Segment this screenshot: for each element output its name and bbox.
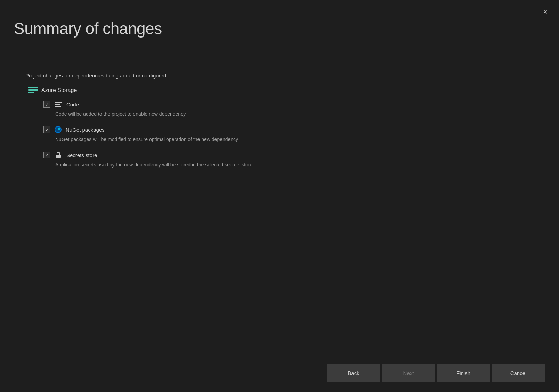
code-description: Code will be added to the project to ena… [55,111,534,118]
dependency-name: Azure Storage [41,87,77,93]
dependency-header: Azure Storage [28,87,534,94]
items-list: ✓ Code Code will be added to the project… [43,101,534,169]
nuget-label: NuGet packages [66,127,105,133]
back-button[interactable]: Back [327,364,380,382]
list-item: ✓ Code Code will be added to the project… [43,101,534,118]
finish-button[interactable]: Finish [437,364,490,382]
checkmark-icon: ✓ [45,153,49,157]
secrets-label: Secrets store [66,152,97,158]
secrets-description: Application secrets used by the new depe… [55,161,534,169]
code-icon [55,101,62,107]
project-changes-label: Project changes for dependencies being a… [25,73,534,79]
cancel-button[interactable]: Cancel [492,364,545,382]
nuget-icon [55,126,62,133]
checkmark-icon: ✓ [45,128,49,132]
item-header-nuget: ✓ NuGet packages [43,126,534,133]
next-button: Next [382,364,435,382]
list-item: ✓ NuGet packages NuGet packages will be … [43,126,534,143]
code-label: Code [66,101,79,107]
item-header-secrets: ✓ Secrets store [43,152,534,158]
content-box: Project changes for dependencies being a… [14,63,545,343]
checkmark-icon: ✓ [45,102,49,107]
code-checkbox[interactable]: ✓ [43,101,50,108]
close-button[interactable]: ✕ [540,6,551,17]
item-header-code: ✓ Code [43,101,534,108]
dependency-section: Azure Storage ✓ Code [28,87,534,169]
page-title: Summary of changes [14,19,162,38]
lock-icon [55,152,62,158]
close-icon: ✕ [543,8,548,16]
secrets-checkbox[interactable]: ✓ [43,152,50,158]
nuget-description: NuGet packages will be modified to ensur… [55,136,534,143]
nuget-checkbox[interactable]: ✓ [43,126,50,133]
footer: Back Next Finish Cancel [0,354,559,392]
list-item: ✓ Secrets store Application secrets used… [43,152,534,169]
azure-storage-icon [28,87,38,94]
